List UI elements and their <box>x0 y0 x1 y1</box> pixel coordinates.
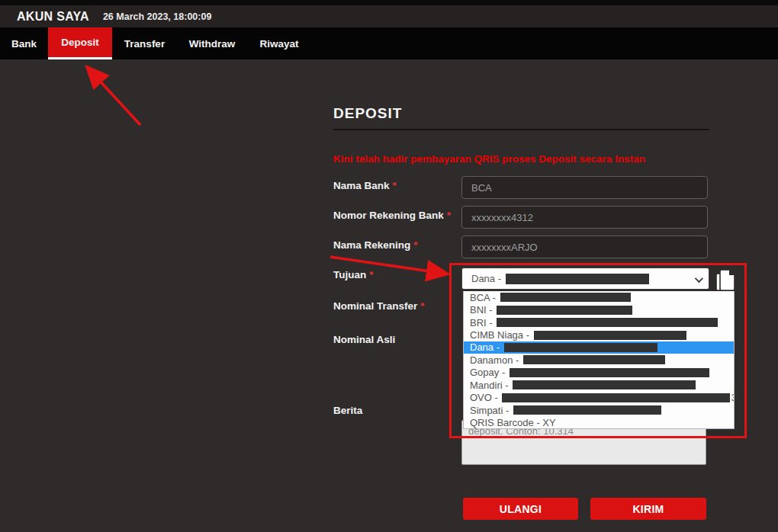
option-label: Danamon - <box>470 354 522 366</box>
label-berita: Berita <box>333 405 362 416</box>
nama-rekening-input[interactable]: xxxxxxxxARJO <box>461 236 708 258</box>
tujuan-option[interactable]: Danamon - <box>464 354 734 366</box>
label-nominal-asli: Nominal Asli <box>333 334 395 345</box>
title-divider <box>333 129 709 130</box>
label-nama-rekening: Nama Rekening* <box>333 239 418 251</box>
page-title: AKUN SAYA <box>17 10 89 24</box>
tujuan-option[interactable]: Mandiri - <box>464 379 734 391</box>
label-nominal-transfer: Nominal Transfer* <box>333 300 425 312</box>
qris-notice: Kini telah hadir pembayaran QRIS proses … <box>333 153 730 165</box>
tujuan-dropdown-list: BCA - BNI - BRI - CIMB Niaga - Dana - Da… <box>463 291 735 429</box>
label-nama-bank: Nama Bank* <box>333 180 397 191</box>
nav-bar: Bank Deposit Transfer Withdraw Riwayat <box>0 27 778 59</box>
tujuan-option[interactable]: Gopay - <box>464 367 734 379</box>
option-label: Dana - <box>470 341 503 353</box>
tab-withdraw[interactable]: Withdraw <box>177 27 247 59</box>
tujuan-select[interactable]: Dana - <box>461 268 709 290</box>
nomor-rekening-bank-input[interactable]: xxxxxxxx4312 <box>461 206 708 229</box>
option-label: BCA - <box>470 292 499 303</box>
required-mark: * <box>393 180 397 191</box>
redaction-bar <box>510 368 709 377</box>
option-suffix: 3 <box>731 392 735 403</box>
top-strip <box>0 0 778 5</box>
tujuan-selected-value: Dana - <box>471 273 504 284</box>
option-label: QRIS Barcode - XY <box>470 417 556 428</box>
tab-riwayat[interactable]: Riwayat <box>247 27 311 59</box>
option-label: BRI - <box>470 317 495 328</box>
header-bar: AKUN SAYA 26 March 2023, 18:00:09 <box>0 5 778 27</box>
header-datetime: 26 March 2023, 18:00:09 <box>103 11 211 22</box>
required-mark: * <box>420 300 424 312</box>
redaction-bar <box>500 293 631 302</box>
redaction-bar <box>504 343 657 352</box>
tujuan-option[interactable]: OVO - 3 <box>464 392 734 404</box>
label-tujuan: Tujuan* <box>333 269 374 280</box>
arrow-to-deposit-tab <box>88 69 140 125</box>
tab-transfer[interactable]: Transfer <box>112 27 177 59</box>
deposit-page: AKUN SAYA 26 March 2023, 18:00:09 Bank D… <box>0 0 778 532</box>
chevron-down-icon <box>695 274 703 283</box>
tujuan-option[interactable]: Simpati - <box>464 404 734 416</box>
copy-icon[interactable] <box>715 268 736 293</box>
form-title: DEPOSIT <box>333 105 402 122</box>
required-mark: * <box>447 210 451 221</box>
tujuan-option[interactable]: BCA - <box>464 291 734 303</box>
kirim-button[interactable]: KIRIM <box>590 498 706 520</box>
option-label: CIMB Niaga - <box>470 329 532 341</box>
option-label: OVO - <box>470 392 500 403</box>
option-label: Simpati - <box>470 405 512 416</box>
redaction-bar <box>513 405 661 415</box>
option-label: Gopay - <box>470 367 508 378</box>
tujuan-option[interactable]: QRIS Barcode - XY <box>464 416 734 428</box>
tab-deposit[interactable]: Deposit <box>48 27 112 59</box>
required-mark: * <box>369 269 373 280</box>
tujuan-option[interactable]: CIMB Niaga - <box>464 328 734 341</box>
redaction-bar <box>523 355 665 364</box>
required-mark: * <box>413 239 417 251</box>
option-label: BNI - <box>470 304 495 316</box>
option-label: Mandiri - <box>470 380 511 391</box>
redaction-bar <box>506 274 649 284</box>
redaction-bar <box>513 380 696 389</box>
tujuan-option[interactable]: BNI - <box>464 303 734 316</box>
redaction-bar <box>497 318 718 327</box>
redaction-bar <box>502 393 730 402</box>
tujuan-option[interactable]: BRI - <box>464 316 734 328</box>
nama-bank-input[interactable]: BCA <box>461 176 708 199</box>
redaction-bar <box>497 306 632 315</box>
tab-bank[interactable]: Bank <box>0 27 48 59</box>
label-nomor-rekening-bank: Nomor Rekening Bank* <box>333 210 451 221</box>
ulangi-button[interactable]: ULANGI <box>463 498 578 520</box>
redaction-bar <box>534 331 686 340</box>
tujuan-option[interactable]: Dana - <box>464 341 734 354</box>
